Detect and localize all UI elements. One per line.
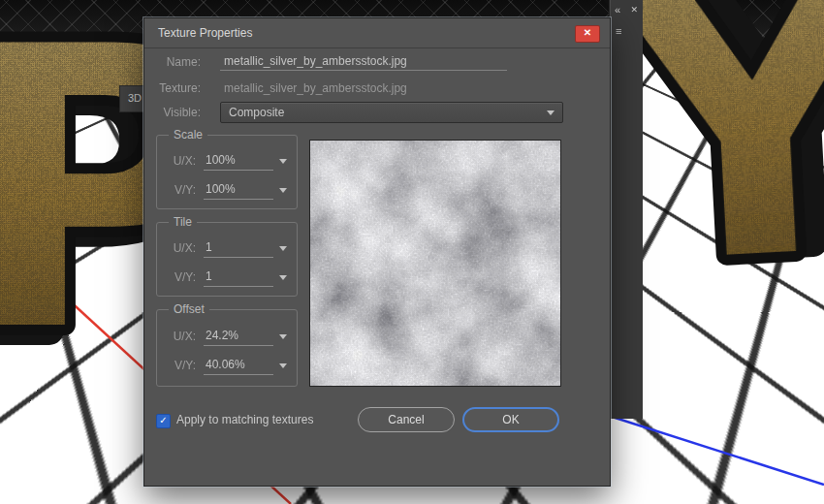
scale-group: Scale U/X: 100% V/Y: 100%	[156, 135, 298, 209]
offset-vy-label: V/Y:	[165, 356, 196, 375]
scale-vy-row: V/Y: 100%	[165, 180, 287, 200]
offset-vy-value: 40.06%	[204, 356, 273, 375]
chevron-down-icon	[279, 275, 287, 280]
offset-ux-value: 24.2%	[204, 327, 273, 346]
chevron-down-icon	[279, 246, 287, 251]
tile-group-title: Tile	[169, 215, 197, 230]
visible-row: Visible: Composite	[144, 102, 610, 123]
chevron-down-icon	[279, 188, 287, 193]
tile-group: Tile U/X: 1 V/Y: 1	[156, 222, 298, 297]
chevron-down-icon	[279, 334, 287, 339]
offset-vy-row: V/Y: 40.06%	[165, 356, 287, 375]
offset-ux-row: U/X: 24.2%	[165, 327, 287, 346]
panel-menu-icon[interactable]: ≡	[616, 25, 621, 37]
dialog-titlebar[interactable]: Texture Properties ✕	[144, 18, 610, 48]
dialog-body: Name: Texture: metallic_silver_by_ambers…	[144, 47, 610, 486]
dialog-title: Texture Properties	[158, 18, 252, 47]
cancel-button[interactable]: Cancel	[358, 407, 455, 432]
scale-vy-label: V/Y:	[165, 180, 196, 200]
apply-matching-checkbox[interactable]: ✓	[156, 414, 171, 428]
offset-ux-label: U/X:	[165, 327, 196, 346]
scale-ux-row: U/X: 100%	[165, 151, 287, 171]
chevron-down-icon	[547, 110, 555, 115]
texture-filename: metallic_silver_by_ambersstock.jpg	[224, 78, 407, 99]
scale-ux-label: U/X:	[165, 151, 196, 171]
axis-line-blue	[582, 407, 824, 485]
checkbox-check-icon: ✓	[159, 415, 167, 425]
texture-row: Texture: metallic_silver_by_ambersstock.…	[144, 78, 610, 99]
offset-group-title: Offset	[169, 302, 209, 317]
apply-matching-label: Apply to matching textures	[176, 413, 313, 427]
scale-group-title: Scale	[169, 128, 207, 142]
texture-preview	[309, 140, 561, 387]
close-button[interactable]: ✕	[575, 25, 600, 43]
scale-ux-value: 100%	[204, 151, 273, 171]
tile-ux-combo[interactable]: 1	[204, 238, 287, 258]
scale-vy-value: 100%	[204, 180, 273, 200]
offset-vy-combo[interactable]: 40.06%	[204, 356, 287, 375]
visible-dropdown[interactable]: Composite	[220, 102, 563, 123]
visible-dropdown-value: Composite	[229, 106, 284, 119]
ok-button[interactable]: OK	[462, 407, 559, 432]
texture-label: Texture:	[144, 78, 201, 99]
panel-close-icon[interactable]: ✕	[630, 4, 638, 16]
name-row: Name:	[144, 51, 610, 73]
scale-vy-combo[interactable]: 100%	[204, 180, 287, 200]
tile-vy-row: V/Y: 1	[165, 268, 287, 287]
tile-vy-value: 1	[204, 268, 273, 287]
tile-ux-label: U/X:	[165, 238, 196, 258]
texture-properties-dialog: Texture Properties ✕ Name: Texture: meta…	[143, 17, 611, 487]
tile-vy-combo[interactable]: 1	[204, 268, 287, 287]
texture-preview-image	[310, 141, 560, 386]
chevron-down-icon	[279, 159, 287, 164]
panels-strip: « ✕ ≡	[609, 0, 643, 419]
tile-ux-value: 1	[204, 238, 273, 258]
close-icon: ✕	[584, 27, 591, 38]
name-input[interactable]	[220, 52, 507, 71]
name-label: Name:	[144, 51, 201, 73]
tile-ux-row: U/X: 1	[165, 238, 287, 258]
scale-ux-combo[interactable]: 100%	[204, 151, 287, 171]
tile-vy-label: V/Y:	[165, 268, 196, 287]
offset-ux-combo[interactable]: 24.2%	[204, 327, 287, 346]
chevron-down-icon	[279, 363, 287, 368]
collapse-panels-icon[interactable]: «	[615, 4, 620, 16]
visible-label: Visible:	[144, 102, 201, 123]
offset-group: Offset U/X: 24.2% V/Y: 40.06%	[156, 309, 298, 387]
